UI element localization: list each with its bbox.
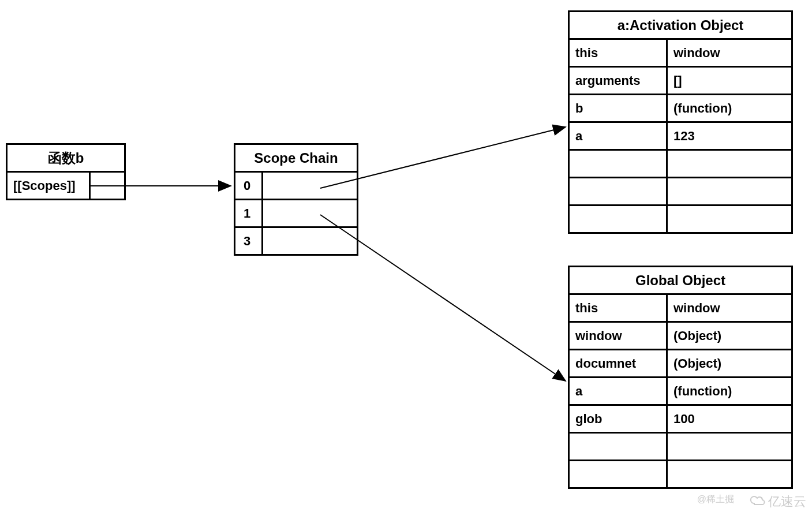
ao-row-6-v (667, 206, 792, 233)
activation-object-title: a:Activation Object (569, 12, 792, 39)
ao-row-1-k: arguments (569, 67, 667, 95)
go-row-6-k (569, 461, 667, 488)
function-b-box: 函数b [[Scopes]] (6, 143, 126, 200)
go-row-0-v: window (667, 294, 792, 322)
ao-row-3-k: a (569, 122, 667, 150)
go-row-0-k: this (569, 294, 667, 322)
scope-chain-val-2 (263, 227, 358, 255)
function-b-title: 函数b (7, 144, 125, 172)
ao-row-4-v (667, 150, 792, 178)
ao-row-6-k (569, 206, 667, 233)
go-row-1-v: (Object) (667, 322, 792, 350)
function-b-value (89, 172, 125, 200)
watermark-left: @稀土掘 (697, 494, 734, 506)
watermark-right-text: 亿速云 (768, 493, 806, 510)
go-row-6-v (667, 461, 792, 488)
scope-chain-val-0 (263, 172, 358, 200)
go-row-4-v: 100 (667, 405, 792, 433)
go-row-1-k: window (569, 322, 667, 350)
go-row-5-k (569, 433, 667, 461)
global-object-box: Global Object thiswindow window(Object) … (568, 266, 793, 489)
function-b-prop: [[Scopes]] (7, 172, 90, 200)
watermark-right: 亿速云 (750, 493, 806, 510)
diagram-canvas: 函数b [[Scopes]] Scope Chain 0 1 3 a:Activ… (0, 0, 812, 523)
ao-row-1-v: [] (667, 67, 792, 95)
ao-row-5-v (667, 178, 792, 206)
global-object-title: Global Object (569, 267, 792, 294)
ao-row-2-k: b (569, 95, 667, 122)
ao-row-0-k: this (569, 39, 667, 67)
ao-row-5-k (569, 178, 667, 206)
go-row-4-k: glob (569, 405, 667, 433)
scope-chain-box: Scope Chain 0 1 3 (234, 143, 358, 256)
scope-chain-val-1 (263, 200, 358, 227)
go-row-3-k: a (569, 378, 667, 405)
scope-chain-idx-0: 0 (235, 172, 263, 200)
scope-chain-title: Scope Chain (235, 144, 358, 172)
ao-row-2-v: (function) (667, 95, 792, 122)
scope-chain-idx-1: 1 (235, 200, 263, 227)
ao-row-0-v: window (667, 39, 792, 67)
go-row-5-v (667, 433, 792, 461)
go-row-2-v: (Object) (667, 350, 792, 378)
scope-chain-idx-2: 3 (235, 227, 263, 255)
activation-object-box: a:Activation Object thiswindow arguments… (568, 10, 793, 234)
cloud-icon (750, 494, 766, 509)
go-row-3-v: (function) (667, 378, 792, 405)
ao-row-3-v: 123 (667, 122, 792, 150)
ao-row-4-k (569, 150, 667, 178)
go-row-2-k: documnet (569, 350, 667, 378)
